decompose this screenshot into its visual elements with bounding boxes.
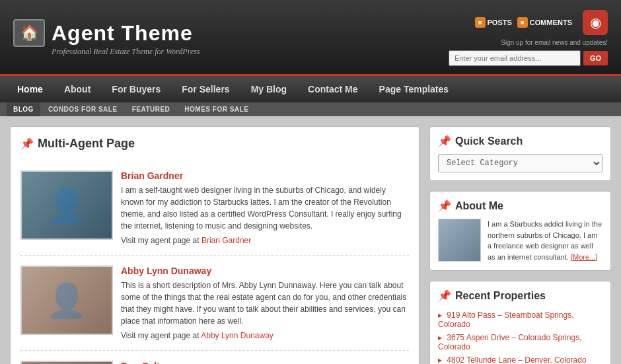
agent-item: 👤 Abby Lynn Dunaway This is a short desc…: [20, 256, 409, 351]
agent-link-2: Visit my agent page at Abby Lynn Dunaway: [121, 331, 409, 340]
logo-subtitle: Professional Real Estate Theme for WordP…: [52, 47, 200, 57]
properties-list: 919 Alto Pass – Steamboat Springs, Color…: [438, 309, 603, 364]
go-button[interactable]: GO: [583, 51, 608, 65]
pin-icon: 📌: [438, 289, 451, 302]
agent-info-1: Brian Gardner I am a self-taught web des…: [121, 170, 409, 245]
main-layout: 📌 Multi-Agent Page 👤 Brian Gardner I am …: [0, 116, 621, 364]
nav-item-templates[interactable]: Page Templates: [369, 76, 460, 102]
logo-text: Agent Theme: [52, 21, 193, 46]
rss-big-icon[interactable]: ◉: [583, 10, 608, 35]
agent-item: 👤 Tom Dalton This is a short description…: [20, 351, 409, 364]
property-link-1[interactable]: 919 Alto Pass – Steamboat Springs, Color…: [438, 310, 573, 329]
sidebar: 📌 Quick Search Select Category Condos Fe…: [429, 126, 611, 364]
sub-nav: BLOG CONDOS FOR SALE FEATURED HOMES FOR …: [0, 102, 621, 116]
category-select[interactable]: Select Category Condos Featured Homes fo…: [438, 154, 603, 172]
posts-feed-btn[interactable]: ■ POSTS: [475, 17, 512, 28]
pin-icon: 📌: [438, 135, 451, 147]
email-row: GO: [449, 50, 608, 66]
agent-photo-1: 👤: [20, 170, 113, 240]
nav-item-contact[interactable]: Contact Me: [297, 76, 368, 102]
logo-area: 🏠 Agent Theme Professional Real Estate T…: [13, 19, 200, 57]
recent-properties-widget: 📌 Recent Properties 919 Alto Pass – Stea…: [429, 281, 611, 364]
main-nav: Home About For Buyers For Sellers My Blo…: [0, 76, 621, 102]
about-me-title: 📌 About Me: [438, 200, 603, 212]
feed-links: ■ POSTS ■ COMMENTS: [475, 17, 572, 28]
agent-photo-2: 👤: [20, 266, 113, 335]
agent-desc-1: I am a self-taught web designer living i…: [121, 184, 409, 232]
nav-item-about[interactable]: About: [54, 76, 101, 102]
nav-item-buyers[interactable]: For Buyers: [101, 76, 171, 102]
list-item: 3675 Aspen Drive – Colorado Springs, Col…: [438, 331, 603, 353]
list-item: 919 Alto Pass – Steamboat Springs, Color…: [438, 309, 603, 331]
agent-info-3: Tom Dalton This is a short description o…: [121, 361, 409, 364]
subnav-condos[interactable]: CONDOS FOR SALE: [42, 102, 124, 116]
list-item: 4802 Telluride Lane – Denver, Colorado: [438, 353, 603, 364]
header-right: ■ POSTS ■ COMMENTS ◉ Sign up for email n…: [449, 10, 608, 66]
subnav-featured[interactable]: FEATURED: [126, 102, 177, 116]
nav-item-sellers[interactable]: For Sellers: [171, 76, 240, 102]
recent-properties-title: 📌 Recent Properties: [438, 289, 603, 302]
about-text: I am a Starbucks addict living in the no…: [488, 219, 603, 262]
agent-page-link-1[interactable]: Brian Gardner: [201, 236, 251, 245]
site-header: 🏠 Agent Theme Professional Real Estate T…: [0, 0, 621, 76]
email-input[interactable]: [449, 50, 581, 66]
about-me-widget: 📌 About Me I am a Starbucks addict livin…: [429, 191, 611, 271]
main-content: 📌 Multi-Agent Page 👤 Brian Gardner I am …: [10, 126, 420, 364]
agent-name-3: Tom Dalton: [121, 361, 409, 364]
nav-item-home[interactable]: Home: [7, 76, 54, 102]
agent-name-1: Brian Gardner: [121, 170, 409, 181]
page-title: 📌 Multi-Agent Page: [20, 137, 409, 151]
pin-icon: 📌: [20, 137, 34, 150]
logo-icon: 🏠: [13, 19, 45, 47]
nav-item-blog[interactable]: My Blog: [240, 76, 297, 102]
quick-search-widget: 📌 Quick Search Select Category Condos Fe…: [429, 126, 611, 181]
quick-search-title: 📌 Quick Search: [438, 135, 603, 147]
property-link-3[interactable]: 4802 Telluride Lane – Denver, Colorado: [447, 355, 586, 364]
subnav-homes[interactable]: HOMES FOR SALE: [178, 102, 255, 116]
signup-text: Sign up for email news and updates!: [501, 39, 608, 46]
subnav-blog[interactable]: BLOG: [7, 102, 40, 116]
rss-comments-icon: ■: [517, 17, 528, 28]
agent-name-2: Abby Lynn Dunaway: [121, 266, 409, 276]
agent-item: 👤 Brian Gardner I am a self-taught web d…: [20, 161, 409, 256]
agent-info-2: Abby Lynn Dunaway This is a short descri…: [121, 266, 409, 340]
rss-posts-icon: ■: [475, 17, 486, 28]
pin-icon: 📌: [438, 200, 451, 212]
property-link-2[interactable]: 3675 Aspen Drive – Colorado Springs, Col…: [438, 333, 581, 351]
agent-desc-2: This is a short description of Mrs. Abby…: [121, 279, 409, 327]
agent-link-1: Visit my agent page at Brian Gardner: [121, 236, 409, 245]
about-row: I am a Starbucks addict living in the no…: [438, 219, 603, 262]
comments-feed-btn[interactable]: ■ COMMENTS: [517, 17, 572, 28]
about-photo: [438, 219, 481, 262]
agent-photo-3: 👤: [20, 361, 113, 364]
agent-page-link-2[interactable]: Abby Lynn Dunaway: [201, 331, 274, 340]
about-more-link[interactable]: [More...]: [571, 253, 597, 261]
